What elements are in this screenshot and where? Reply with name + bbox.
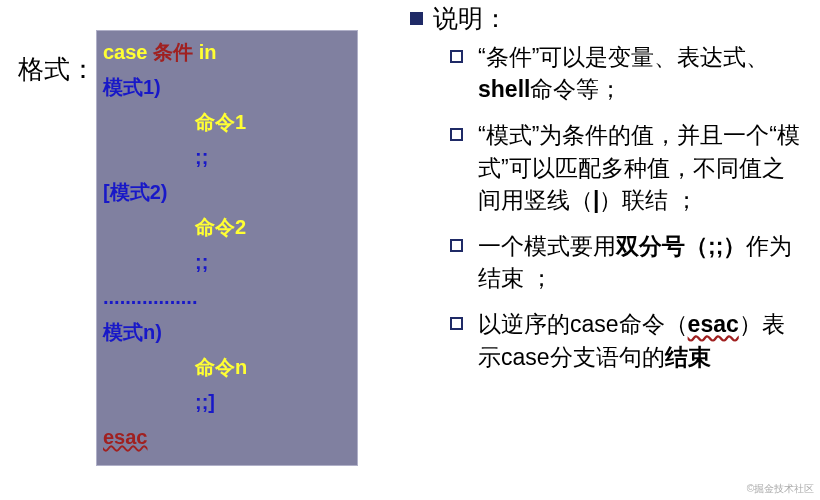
list-item: “条件”可以是变量、表达式、shell命令等； (450, 41, 800, 105)
list-item: “模式”为条件的值，并且一个“模式”可以匹配多种值，不同值之间用竖线（|）联结 … (450, 119, 800, 216)
section-heading-text: 说明： (433, 2, 508, 35)
cmd-n: 命令n (103, 350, 351, 385)
esac-line: esac (103, 420, 351, 455)
sep-n-text: ;;] (103, 385, 215, 420)
kw-condition: 条件 (148, 41, 199, 63)
sep-n: ;;] (103, 385, 351, 420)
section-heading: 说明： (410, 2, 800, 35)
item-text-bold: 双分号（;;） (616, 233, 746, 259)
item-text-pre: “条件”可以是变量、表达式、 (478, 44, 769, 70)
bullet-list: “条件”可以是变量、表达式、shell命令等； “模式”为条件的值，并且一个“模… (410, 41, 800, 373)
sep-2: ;; (103, 245, 351, 280)
item-text-post: 命令等； (530, 76, 622, 102)
sep-1-text: ;; (103, 140, 208, 175)
bullet-hollow-icon (450, 239, 463, 252)
ellipsis: ................. (103, 280, 351, 315)
bullet-hollow-icon (450, 50, 463, 63)
sep-1: ;; (103, 140, 351, 175)
pattern-n: 模式n) (103, 315, 351, 350)
code-line-1: case 条件 in (103, 35, 351, 70)
item-text-bold-esac: esac (688, 311, 739, 337)
cmd-2: 命令2 (103, 210, 351, 245)
item-text-pre: 以逆序的case命令（ (478, 311, 688, 337)
cmd-1-text: 命令1 (103, 105, 246, 140)
left-column: 格式： case 条件 in 模式1) 命令1 ;; [模式2) 命令2 ;; … (0, 0, 400, 500)
code-box: case 条件 in 模式1) 命令1 ;; [模式2) 命令2 ;; ....… (96, 30, 358, 466)
item-text-bold: shell (478, 76, 530, 102)
bullet-hollow-icon (450, 317, 463, 330)
list-item: 一个模式要用双分号（;;）作为结束 ； (450, 230, 800, 294)
item-text-bold2: 结束 (665, 344, 711, 370)
pattern-1: 模式1) (103, 70, 351, 105)
pattern-2: [模式2) (103, 175, 351, 210)
slide-root: 格式： case 条件 in 模式1) 命令1 ;; [模式2) 命令2 ;; … (0, 0, 820, 500)
kw-case: case (103, 41, 148, 63)
right-column: 说明： “条件”可以是变量、表达式、shell命令等； “模式”为条件的值，并且… (400, 0, 820, 500)
kw-esac: esac (103, 426, 148, 448)
watermark: ©掘金技术社区 (747, 482, 814, 496)
item-text-post: ）联结 ； (599, 187, 697, 213)
cmd-2-text: 命令2 (103, 210, 246, 245)
item-text-pre: 一个模式要用 (478, 233, 616, 259)
sep-2-text: ;; (103, 245, 208, 280)
list-item: 以逆序的case命令（esac）表示case分支语句的结束 (450, 308, 800, 372)
bullet-filled-icon (410, 12, 423, 25)
format-label: 格式： (18, 52, 96, 87)
bullet-hollow-icon (450, 128, 463, 141)
cmd-1: 命令1 (103, 105, 351, 140)
kw-in: in (199, 41, 217, 63)
cmd-n-text: 命令n (103, 350, 247, 385)
